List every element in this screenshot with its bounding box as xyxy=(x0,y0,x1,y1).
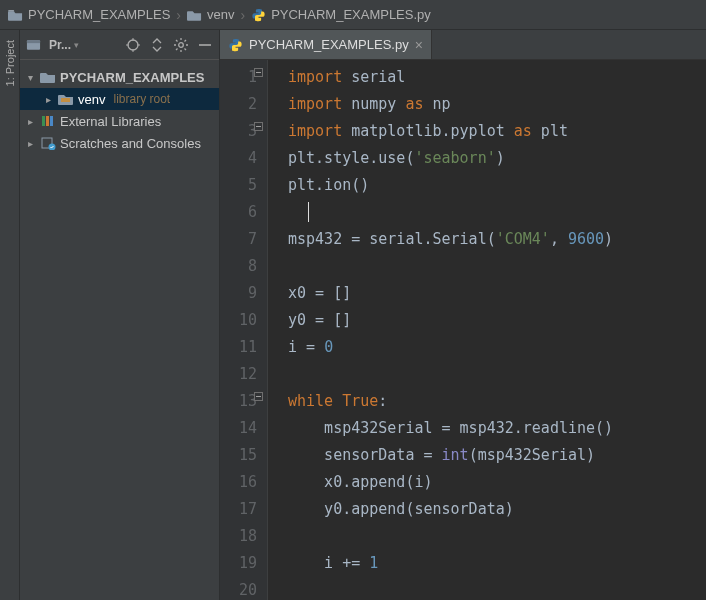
project-tool-tab[interactable]: 1: Project xyxy=(4,36,16,90)
line-number: 20 xyxy=(220,577,257,600)
code-line: x0 = [] xyxy=(288,280,706,307)
folder-icon xyxy=(187,8,202,22)
svg-rect-11 xyxy=(46,116,49,126)
line-number: 9 xyxy=(220,280,257,307)
code-line: plt.style.use('seaborn') xyxy=(288,145,706,172)
editor-tab-active[interactable]: PYCHARM_EXAMPLES.py × xyxy=(220,30,432,59)
svg-point-7 xyxy=(179,42,184,47)
code-line: i = 0 xyxy=(288,334,706,361)
breadcrumb-file[interactable]: PYCHARM_EXAMPLES.py xyxy=(251,7,431,22)
code-line: import numpy as np xyxy=(288,91,706,118)
code-line xyxy=(288,523,706,550)
code-line: msp432 = serial.Serial('COM4', 9600) xyxy=(288,226,706,253)
code-line: sensorData = int(msp432Serial) xyxy=(288,442,706,469)
line-number: 18 xyxy=(220,523,257,550)
breadcrumb-root[interactable]: PYCHARM_EXAMPLES xyxy=(8,7,170,22)
project-view-selector[interactable]: Pr... ▾ xyxy=(49,38,79,52)
scratches-icon xyxy=(40,136,56,150)
code-line: msp432Serial = msp432.readline() xyxy=(288,415,706,442)
fold-toggle-icon[interactable] xyxy=(254,392,263,401)
editor-tab-label: PYCHARM_EXAMPLES.py xyxy=(249,37,409,52)
project-view-title: Pr... xyxy=(49,38,71,52)
code-line xyxy=(288,199,706,226)
expand-arrow-icon[interactable]: ▸ xyxy=(42,94,54,105)
chevron-down-icon: ▾ xyxy=(74,40,79,50)
line-number: 13 xyxy=(220,388,257,415)
line-number: 8 xyxy=(220,253,257,280)
chevron-right-icon: › xyxy=(240,7,245,23)
breadcrumb-root-label: PYCHARM_EXAMPLES xyxy=(28,7,170,22)
breadcrumb-folder[interactable]: venv xyxy=(187,7,234,22)
python-file-icon xyxy=(228,38,243,52)
line-number: 3 xyxy=(220,118,257,145)
line-number: 17 xyxy=(220,496,257,523)
external-libraries-icon xyxy=(40,114,56,128)
line-number: 16 xyxy=(220,469,257,496)
line-number: 6 xyxy=(220,199,257,226)
svg-point-14 xyxy=(49,144,56,151)
line-number: 14 xyxy=(220,415,257,442)
tree-root[interactable]: ▾ PYCHARM_EXAMPLES xyxy=(20,66,219,88)
svg-rect-10 xyxy=(42,116,45,126)
line-number: 5 xyxy=(220,172,257,199)
editor-tabs: PYCHARM_EXAMPLES.py × xyxy=(220,30,706,60)
code-content[interactable]: import serial import numpy as np import … xyxy=(268,60,706,600)
locate-icon[interactable] xyxy=(125,37,141,53)
line-number: 4 xyxy=(220,145,257,172)
code-line xyxy=(288,361,706,388)
project-tree: ▾ PYCHARM_EXAMPLES ▸ venv library root ▸ xyxy=(20,60,219,160)
svg-rect-9 xyxy=(61,98,70,102)
svg-rect-12 xyxy=(50,116,53,126)
folder-icon xyxy=(8,8,23,22)
tree-extlibs-label: External Libraries xyxy=(60,114,161,129)
line-number: 1 xyxy=(220,64,257,91)
fold-toggle-icon[interactable] xyxy=(254,68,263,77)
svg-point-2 xyxy=(128,40,138,50)
code-line: x0.append(i) xyxy=(288,469,706,496)
tool-window-strip: 1: Project xyxy=(0,30,20,600)
code-line xyxy=(288,253,706,280)
gear-icon[interactable] xyxy=(173,37,189,53)
text-cursor xyxy=(308,202,309,222)
code-line: y0 = [] xyxy=(288,307,706,334)
expand-all-icon[interactable] xyxy=(149,37,165,53)
library-folder-icon xyxy=(58,92,74,106)
code-line: i += 1 xyxy=(288,550,706,577)
line-number: 19 xyxy=(220,550,257,577)
line-number: 10 xyxy=(220,307,257,334)
line-number: 15 xyxy=(220,442,257,469)
code-line: import matplotlib.pyplot as plt xyxy=(288,118,706,145)
chevron-right-icon: › xyxy=(176,7,181,23)
close-icon[interactable]: × xyxy=(415,38,423,52)
project-icon xyxy=(26,38,41,52)
folder-icon xyxy=(40,70,56,84)
expand-arrow-icon[interactable]: ▸ xyxy=(24,138,36,149)
tree-venv[interactable]: ▸ venv library root xyxy=(20,88,219,110)
code-line: import serial xyxy=(288,64,706,91)
tree-root-label: PYCHARM_EXAMPLES xyxy=(60,70,204,85)
project-panel-toolbar: Pr... ▾ xyxy=(20,30,219,60)
line-number: 11 xyxy=(220,334,257,361)
collapse-arrow-icon[interactable]: ▾ xyxy=(24,72,36,83)
line-number: 12 xyxy=(220,361,257,388)
code-line: plt.ion() xyxy=(288,172,706,199)
fold-toggle-icon[interactable] xyxy=(254,122,263,131)
editor-area: PYCHARM_EXAMPLES.py × 1 2 3 4 5 6 7 8 9 … xyxy=(220,30,706,600)
tree-venv-label: venv xyxy=(78,92,105,107)
tree-scratches[interactable]: ▸ Scratches and Consoles xyxy=(20,132,219,154)
hide-icon[interactable] xyxy=(197,37,213,53)
code-line: while True: xyxy=(288,388,706,415)
python-file-icon xyxy=(251,8,266,22)
tree-external-libs[interactable]: ▸ External Libraries xyxy=(20,110,219,132)
tree-scratches-label: Scratches and Consoles xyxy=(60,136,201,151)
code-line: y0.append(sensorData) xyxy=(288,496,706,523)
svg-rect-1 xyxy=(27,40,40,43)
breadcrumb-bar: PYCHARM_EXAMPLES › venv › PYCHARM_EXAMPL… xyxy=(0,0,706,30)
line-number-gutter: 1 2 3 4 5 6 7 8 9 10 11 12 13 14 15 16 1 xyxy=(220,60,268,600)
tree-venv-hint: library root xyxy=(113,92,170,106)
editor-body[interactable]: 1 2 3 4 5 6 7 8 9 10 11 12 13 14 15 16 1 xyxy=(220,60,706,600)
code-line xyxy=(288,577,706,600)
expand-arrow-icon[interactable]: ▸ xyxy=(24,116,36,127)
line-number: 7 xyxy=(220,226,257,253)
project-panel: Pr... ▾ ▾ xyxy=(20,30,220,600)
